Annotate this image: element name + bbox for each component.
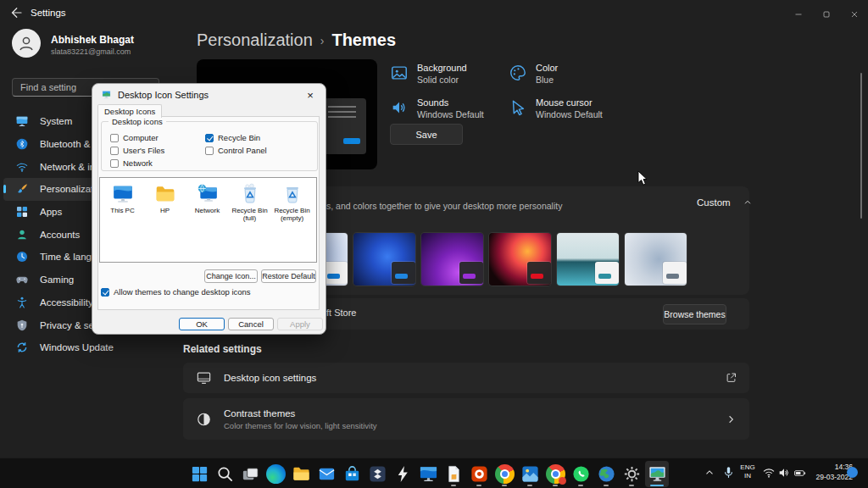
change-icon-button[interactable]: Change Icon...: [204, 269, 258, 283]
allow-themes-checkbox[interactable]: Allow themes to change desktop icons: [101, 287, 251, 297]
theme-thumbnail-4[interactable]: [489, 233, 551, 286]
aspect-label: Background: [417, 63, 467, 74]
chrome-profile-icon[interactable]: [543, 461, 567, 487]
theme-aspect-cursor[interactable]: Mouse cursor Windows Default: [509, 97, 603, 120]
desktop-icon-this-pc[interactable]: This PC: [102, 182, 143, 258]
globe-app-icon[interactable]: [594, 461, 618, 487]
settings-gear-icon[interactable]: [620, 461, 643, 487]
taskbar-app-icon: [317, 464, 337, 484]
cancel-button[interactable]: Cancel: [228, 318, 274, 330]
bolt-app-icon[interactable]: [391, 461, 415, 487]
theme-thumbnail-2[interactable]: [353, 233, 415, 286]
taskbar-app-icon: [648, 464, 667, 484]
checkbox-box: [101, 288, 109, 297]
clock[interactable]: 14:36 29-03-2022: [804, 463, 853, 482]
photos-icon[interactable]: [518, 461, 542, 487]
thumbnail-accent-pill: [531, 274, 543, 279]
related-contrast-themes[interactable]: Contrast themes Color themes for low vis…: [183, 398, 749, 440]
checkbox-box: [110, 159, 119, 168]
restore-default-button[interactable]: Restore Default: [261, 269, 316, 283]
sidebar-item-icon: [15, 228, 29, 241]
search-button[interactable]: [213, 461, 236, 487]
dropbox-icon[interactable]: [365, 461, 389, 487]
theme-aspect-background[interactable]: Background Solid color: [390, 63, 509, 86]
whatsapp-icon[interactable]: [569, 461, 593, 487]
browse-themes-button[interactable]: Browse themes: [663, 304, 726, 324]
sidebar-item-windows-update[interactable]: Windows Update: [3, 336, 175, 359]
theme-picker-expander[interactable]: Custom: [697, 195, 753, 210]
aspect-label: Mouse cursor: [536, 97, 603, 108]
apply-button[interactable]: Apply: [277, 318, 323, 330]
sidebar-item-icon: [15, 250, 29, 263]
language-switcher[interactable]: ENG IN: [737, 463, 759, 480]
checkbox-box: [110, 134, 119, 142]
office-icon[interactable]: [467, 461, 491, 487]
microphone-tray-icon[interactable]: [721, 465, 736, 480]
volume-icon[interactable]: [777, 466, 791, 480]
aspect-label: Sounds: [417, 97, 484, 108]
taskbar-app-icon: [368, 464, 387, 484]
desktop-icons-listbox[interactable]: This PC HP Network Recycle Bin (full): [99, 177, 317, 263]
edge-icon[interactable]: [264, 461, 287, 487]
desktop-icon-glyph: [197, 183, 219, 205]
theme-aspect-sounds[interactable]: Sounds Windows Default: [390, 97, 509, 120]
desktop-icon-recycle-full[interactable]: Recycle Bin (full): [229, 182, 270, 258]
settings-window: Settings Abhishek Bhagat slata83221@gmai…: [0, 0, 868, 488]
microsoft-store-icon[interactable]: [340, 461, 364, 487]
avatar[interactable]: [12, 29, 41, 58]
thumbnail-accent-pill: [395, 274, 408, 279]
task-view-button[interactable]: [238, 461, 262, 487]
theme-thumbnail-5[interactable]: [557, 233, 619, 286]
file-explorer-icon[interactable]: [289, 461, 313, 487]
preview-accent-pill: [343, 138, 360, 144]
checkbox-box: [110, 147, 119, 155]
related-desktop-icon-settings[interactable]: Desktop icon settings: [183, 363, 749, 393]
taskbar-app-icon: [419, 464, 438, 484]
checkbox-control-panel[interactable]: Control Panel: [205, 146, 267, 155]
breadcrumb-parent[interactable]: Personalization: [197, 30, 313, 50]
checkbox-computer[interactable]: Computer: [110, 133, 205, 142]
theme-thumbnails: [286, 233, 687, 286]
aspect-value: Windows Default: [536, 108, 603, 120]
start-button[interactable]: [187, 461, 211, 487]
scrollbar[interactable]: [860, 73, 862, 219]
desktop-icon-settings-dialog: Desktop Icon Settings × Desktop Icons De…: [92, 83, 326, 335]
taskbar-app-icon: [622, 464, 642, 484]
chrome-icon[interactable]: [492, 461, 516, 487]
save-button[interactable]: Save: [390, 124, 463, 145]
tray-overflow-chevron-icon[interactable]: [704, 467, 715, 479]
desktop-icon-network[interactable]: Network: [186, 182, 228, 258]
theme-thumbnail-6[interactable]: [625, 233, 687, 286]
desktop-icon-settings-window-icon[interactable]: [645, 461, 669, 487]
document-app-icon[interactable]: [442, 461, 465, 487]
checkbox-recycle-bin[interactable]: Recycle Bin: [205, 133, 267, 142]
sidebar-item-label: Gaming: [40, 274, 74, 285]
breadcrumb-separator: ›: [320, 34, 325, 47]
back-button[interactable]: [7, 5, 25, 20]
chevron-up-icon: [743, 197, 753, 208]
aspect-value: Solid color: [417, 74, 467, 86]
checkbox-network[interactable]: Network: [110, 158, 205, 168]
checkbox-users-files[interactable]: User's Files: [110, 146, 205, 155]
close-button[interactable]: [840, 0, 868, 25]
desktop-icon-recycle-empty[interactable]: Recycle Bin (empty): [271, 182, 313, 258]
notification-badge[interactable]: [847, 467, 858, 478]
sidebar-item-icon: [15, 160, 29, 174]
tab-desktop-icons[interactable]: Desktop Icons: [97, 104, 162, 118]
sidebar-item-icon: [15, 205, 29, 219]
ok-button[interactable]: OK: [179, 318, 225, 330]
dialog-close-button[interactable]: ×: [300, 87, 320, 103]
theme-aspect-color[interactable]: Color Blue: [509, 63, 603, 86]
mouse-cursor: [637, 170, 648, 186]
maximize-button[interactable]: [812, 0, 840, 25]
minimize-button[interactable]: [784, 0, 812, 25]
taskbar-app-icon: [495, 464, 515, 484]
sidebar-item-icon: [15, 182, 29, 196]
theme-thumbnail-3[interactable]: [421, 233, 483, 286]
monitor-app-icon[interactable]: [416, 461, 440, 487]
desktop-icon-hp[interactable]: HP: [144, 182, 186, 258]
mail-icon[interactable]: [314, 461, 338, 487]
desktop-icon-glyph: [239, 183, 261, 205]
dialog-title-icon: [101, 89, 112, 100]
wifi-icon[interactable]: [762, 466, 776, 480]
